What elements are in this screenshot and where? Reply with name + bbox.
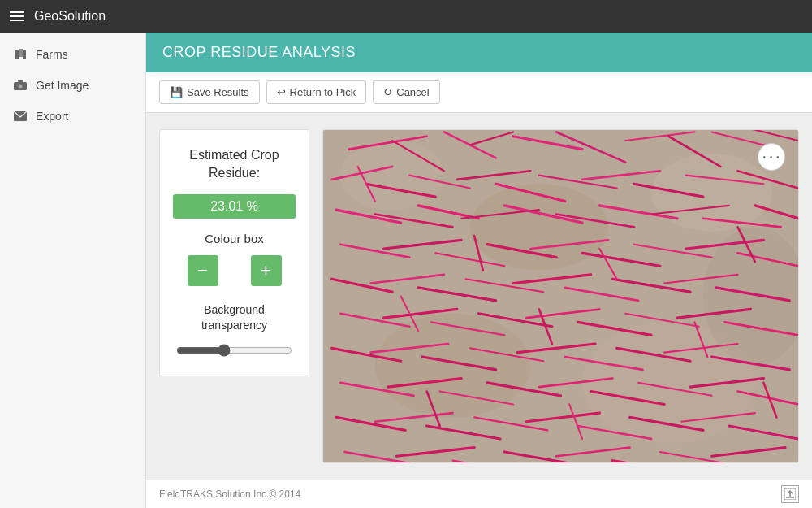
map-icon — [13, 47, 28, 62]
sidebar: Farms Get Image Export — [0, 33, 146, 508]
topbar: GeoSolution — [0, 0, 812, 33]
svg-rect-2 — [23, 50, 26, 59]
image-panel: • • • — [322, 129, 799, 463]
left-panel: Estimated Crop Residue: 23.01 % Colour b… — [159, 129, 309, 376]
svg-rect-1 — [19, 49, 23, 57]
svg-point-9 — [470, 184, 608, 270]
sidebar-item-export[interactable]: Export — [0, 101, 145, 132]
footer-copyright: FieldTRAKS Solution Inc.© 2014 — [159, 488, 300, 500]
colour-box-controls: − + — [188, 255, 282, 286]
colour-plus-button[interactable]: + — [251, 255, 282, 286]
footer: FieldTRAKS Solution Inc.© 2014 — [146, 480, 812, 508]
sidebar-label-farms: Farms — [36, 48, 68, 61]
svg-point-11 — [375, 314, 530, 418]
transparency-slider-container — [173, 344, 296, 359]
residue-svg — [323, 130, 798, 462]
return-icon: ↩ — [277, 86, 286, 98]
sidebar-label-get-image: Get Image — [36, 79, 89, 92]
expand-dots: • • • — [762, 153, 780, 162]
envelope-icon — [13, 109, 28, 124]
content-body: Estimated Crop Residue: 23.01 % Colour b… — [146, 113, 812, 480]
sidebar-item-farms[interactable]: Farms — [0, 39, 145, 70]
colour-minus-button[interactable]: − — [188, 255, 218, 286]
app-title: GeoSolution — [34, 9, 106, 24]
sidebar-item-get-image[interactable]: Get Image — [0, 70, 145, 101]
svg-rect-5 — [18, 80, 23, 82]
colour-box-label: Colour box — [205, 232, 264, 245]
residue-value-badge: 23.01 % — [173, 194, 296, 219]
save-icon: 💾 — [170, 86, 183, 98]
svg-rect-0 — [15, 50, 19, 59]
main-layout: Farms Get Image Export — [0, 33, 812, 508]
bg-transparency-label: Background transparency — [173, 302, 296, 334]
sidebar-label-export: Export — [36, 110, 68, 123]
camera-icon — [13, 78, 28, 93]
cancel-icon: ↻ — [383, 86, 392, 98]
svg-point-4 — [18, 84, 23, 89]
content-header: CROP RESIDUE ANALYSIS — [146, 33, 812, 72]
upload-icon[interactable] — [781, 485, 799, 503]
estimated-residue-title: Estimated Crop Residue: — [173, 146, 296, 183]
transparency-slider[interactable] — [176, 344, 292, 357]
save-results-button[interactable]: 💾 Save Results — [159, 80, 260, 104]
menu-icon[interactable] — [10, 11, 24, 21]
crop-image — [323, 130, 798, 462]
content: CROP RESIDUE ANALYSIS 💾 Save Results ↩ R… — [146, 33, 812, 508]
expand-button[interactable]: • • • — [758, 143, 785, 171]
toolbar: 💾 Save Results ↩ Return to Pick ↻ Cancel — [146, 72, 812, 113]
cancel-button[interactable]: ↻ Cancel — [373, 80, 439, 104]
return-to-pick-button[interactable]: ↩ Return to Pick — [266, 80, 367, 104]
